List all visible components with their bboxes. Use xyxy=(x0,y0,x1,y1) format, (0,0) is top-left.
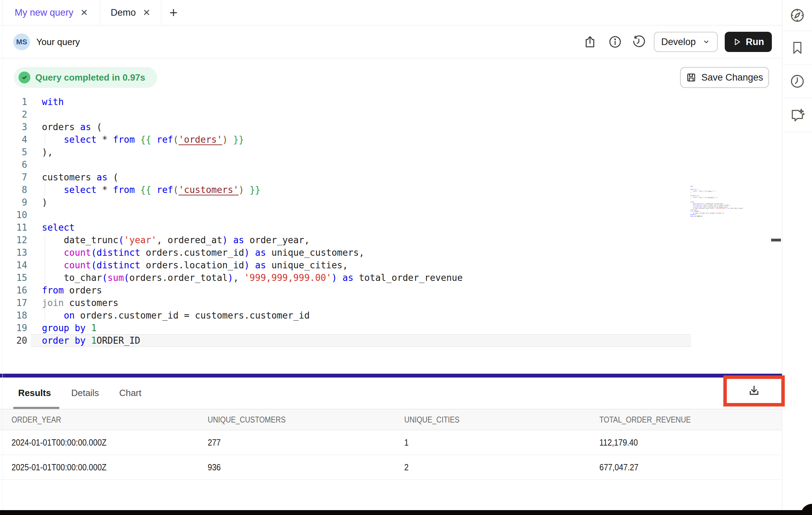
code-line-10[interactable]: 10 xyxy=(10,209,691,221)
results-table: ORDER_YEARUNIQUE_CUSTOMERSUNIQUE_CITIEST… xyxy=(0,409,782,480)
tab-bar: My new query ✕ Demo ✕ + xyxy=(0,0,782,25)
tab-demo[interactable]: Demo ✕ xyxy=(100,0,161,25)
line-number: 16 xyxy=(10,284,27,297)
pane-divider[interactable] xyxy=(0,374,782,378)
sidebar-item-bookmarks[interactable] xyxy=(782,31,812,65)
save-changes-button[interactable]: Save Changes xyxy=(680,67,769,88)
tab-my-new-query[interactable]: My new query ✕ xyxy=(3,0,100,25)
table-row: 2024-01-01T00:00:00.000Z2771112,179.40 xyxy=(0,430,782,455)
code-line-3[interactable]: 3orders as ( xyxy=(10,121,691,133)
download-icon xyxy=(747,384,761,398)
code-text: to_char(sum(orders.order_total), '999,99… xyxy=(31,271,691,284)
sidebar-item-explore[interactable] xyxy=(782,0,812,31)
code-text: select xyxy=(31,221,691,234)
code-line-7[interactable]: 7customers as ( xyxy=(10,171,691,184)
results-tab-bar: Results Details Chart xyxy=(18,378,141,408)
code-text: count(distinct orders.location_id) as un… xyxy=(31,259,691,271)
avatar[interactable]: MS xyxy=(13,33,30,50)
code-text xyxy=(31,108,691,121)
table-cell: 2 xyxy=(393,455,588,480)
code-line-18[interactable]: 18 on orders.customer_id = customers.cus… xyxy=(10,309,691,322)
check-icon xyxy=(19,72,30,83)
sidebar-item-history[interactable] xyxy=(782,65,812,98)
code-line-20[interactable]: 20order by 1ORDER_ID xyxy=(10,334,691,347)
run-label: Run xyxy=(746,37,764,47)
column-header: UNIQUE_CITIES xyxy=(393,409,588,430)
tab-label: Demo xyxy=(111,7,136,18)
sidebar-item-ai-assistant[interactable] xyxy=(782,98,812,132)
line-number: 12 xyxy=(10,234,27,246)
tab-details[interactable]: Details xyxy=(71,388,99,398)
plus-icon[interactable]: + xyxy=(161,0,186,25)
code-text: ), xyxy=(31,146,691,158)
code-line-2[interactable]: 2 xyxy=(10,108,691,121)
tab-chart[interactable]: Chart xyxy=(119,388,141,398)
code-text: date_trunc('year', ordered_at) as order_… xyxy=(31,234,691,246)
bookmark-icon xyxy=(790,40,805,55)
save-icon xyxy=(686,72,696,83)
code-text: with xyxy=(31,96,691,108)
close-icon[interactable]: ✕ xyxy=(143,8,150,17)
code-line-15[interactable]: 15 to_char(sum(orders.order_total), '999… xyxy=(10,271,691,284)
chevron-down-icon xyxy=(702,38,710,46)
code-text: count(distinct orders.customer_id) as un… xyxy=(31,246,691,259)
editor-scrollbar-thumb[interactable] xyxy=(771,239,781,241)
code-text: join customers xyxy=(31,297,691,309)
screen-bottom-edge xyxy=(0,510,812,515)
table-cell: 2025-01-01T00:00:00.000Z xyxy=(0,455,196,480)
code-line-17[interactable]: 17join customers xyxy=(10,297,691,309)
code-line-5[interactable]: 5), xyxy=(10,146,691,158)
status-text: Query completed in 0.97s xyxy=(35,72,145,83)
line-number: 3 xyxy=(10,121,27,133)
download-button[interactable] xyxy=(747,384,761,398)
code-text: select * from {{ ref('orders') }} xyxy=(31,133,691,146)
code-text xyxy=(31,209,691,221)
code-lines: 1with23orders as (4 select * from {{ ref… xyxy=(10,96,691,347)
query-header: MS Your query Develop Run xyxy=(0,25,782,58)
clock-icon xyxy=(789,73,805,89)
editor-minimap[interactable]: withorders as ( select * from {{ ref('or… xyxy=(690,186,751,222)
table-cell: 277 xyxy=(196,430,393,455)
column-header: UNIQUE_CUSTOMERS xyxy=(196,409,393,430)
code-text: group by 1 xyxy=(31,322,691,334)
share-icon[interactable] xyxy=(582,34,598,50)
code-line-14[interactable]: 14 count(distinct orders.location_id) as… xyxy=(10,259,691,271)
line-number: 10 xyxy=(10,209,27,221)
code-line-16[interactable]: 16from orders xyxy=(10,284,691,297)
code-line-9[interactable]: 9) xyxy=(10,196,691,209)
results-panel: Results Details Chart ORDER_YEARUNIQUE_C… xyxy=(0,378,782,510)
minimap-content: withorders as ( select * from {{ ref('or… xyxy=(690,186,751,217)
history-icon[interactable] xyxy=(631,34,647,50)
code-line-12[interactable]: 12 date_trunc('year', ordered_at) as ord… xyxy=(10,234,691,246)
code-line-1[interactable]: 1with xyxy=(10,96,691,108)
code-line-4[interactable]: 4 select * from {{ ref('orders') }} xyxy=(10,133,691,146)
sql-editor[interactable]: 1with23orders as (4 select * from {{ ref… xyxy=(0,91,782,374)
info-icon[interactable] xyxy=(607,34,623,50)
line-number: 18 xyxy=(10,309,27,322)
minimap-line: to_char(sum(orders.order_total), '999,99… xyxy=(690,208,751,209)
query-status-badge: Query completed in 0.97s xyxy=(14,67,157,88)
line-number: 8 xyxy=(10,184,27,196)
table-cell: 936 xyxy=(196,455,393,480)
code-text: customers as ( xyxy=(31,171,691,184)
code-text: orders as ( xyxy=(31,121,691,133)
develop-dropdown[interactable]: Develop xyxy=(654,32,718,52)
line-number: 17 xyxy=(10,297,27,309)
table-cell: 2024-01-01T00:00:00.000Z xyxy=(0,430,196,455)
code-line-19[interactable]: 19group by 1 xyxy=(10,322,691,334)
develop-label: Develop xyxy=(661,37,696,47)
line-number: 14 xyxy=(10,259,27,271)
status-row: Query completed in 0.97s Save Changes xyxy=(0,58,782,91)
code-line-6[interactable]: 6 xyxy=(10,158,691,171)
line-number: 7 xyxy=(10,171,27,184)
code-text: from orders xyxy=(31,284,691,297)
code-line-13[interactable]: 13 count(distinct orders.customer_id) as… xyxy=(10,246,691,259)
run-button[interactable]: Run xyxy=(725,32,772,52)
table-cell: 112,179.40 xyxy=(588,430,782,455)
line-number: 9 xyxy=(10,196,27,209)
code-line-8[interactable]: 8 select * from {{ ref('customers') }} xyxy=(10,184,691,196)
close-icon[interactable]: ✕ xyxy=(80,8,88,17)
tab-results[interactable]: Results xyxy=(18,388,51,398)
line-number: 5 xyxy=(10,146,27,158)
code-line-11[interactable]: 11select xyxy=(10,221,691,234)
